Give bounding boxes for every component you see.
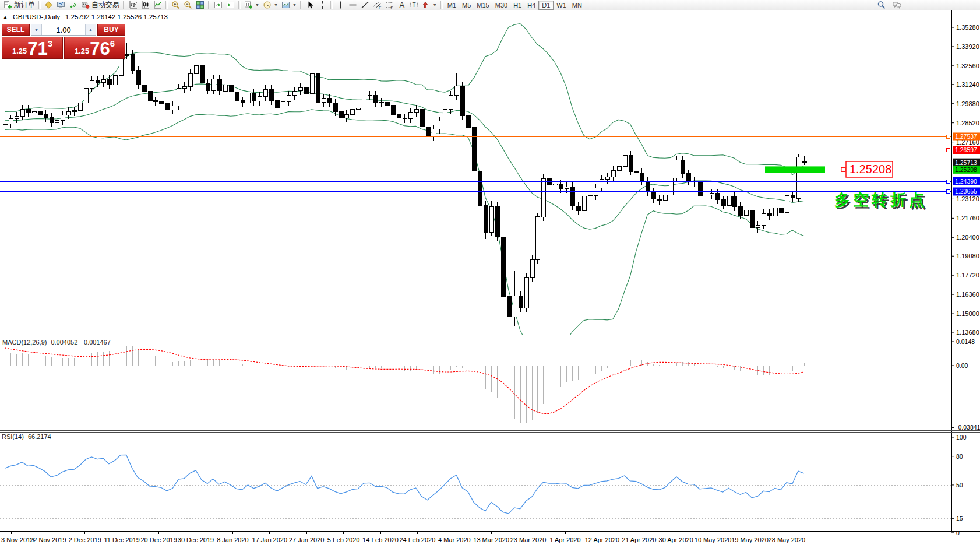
candle-chart-button[interactable] [139, 1, 151, 10]
price-callout-text: 1.25208 [849, 163, 891, 175]
timeframe-h4[interactable]: H4 [524, 1, 538, 10]
volume-value[interactable]: 1.00 [42, 24, 85, 35]
auto-scroll-button[interactable] [212, 1, 224, 10]
channel-button[interactable]: E [371, 1, 383, 10]
svg-text:1.25713: 1.25713 [955, 159, 977, 166]
svg-text:1.26597: 1.26597 [955, 146, 977, 153]
svg-text:19 May 2020: 19 May 2020 [731, 536, 769, 543]
vertical-line-button[interactable] [334, 1, 347, 10]
collapse-panel-icon[interactable]: ▲ [3, 15, 8, 20]
terminal-button[interactable] [55, 1, 67, 10]
sell-price-sup: 3 [48, 38, 52, 48]
volume-decrease-icon[interactable]: ▼ [31, 24, 42, 35]
volume-increase-icon[interactable]: ▲ [85, 24, 96, 35]
dropdown-caret-icon[interactable]: ▼ [433, 3, 437, 7]
hline-1.23655[interactable] [0, 189, 951, 193]
svg-text:1.35280: 1.35280 [956, 24, 979, 31]
timeframe-m1[interactable]: M1 [445, 1, 459, 10]
dropdown-caret-icon[interactable]: ▼ [292, 3, 297, 7]
text-button[interactable]: A [396, 1, 408, 10]
annotations[interactable]: 1.25208多空转折点多空转折点 [765, 161, 929, 210]
autotrading-button[interactable]: 自动交易 [79, 1, 121, 10]
chart-title: ▲ GBPUSD-,Daily 1.25792 1.26142 1.25526 … [3, 13, 168, 20]
zoom-out-button[interactable] [182, 1, 194, 10]
text-label-button[interactable]: T [408, 1, 420, 10]
svg-text:28 May 2020: 28 May 2020 [769, 536, 806, 543]
one-click-trade-panel: SELL ▼ 1.00 ▲ BUY 1.25 71 3 1.25 76 6 [2, 24, 125, 59]
timeframe-m30[interactable]: M30 [492, 1, 510, 10]
rsi-axis: 1008050150 [951, 434, 967, 536]
timeframe-d1[interactable]: D1 [538, 1, 554, 10]
hline-1.24390[interactable] [0, 180, 951, 183]
channel-icon: E [373, 1, 382, 9]
sell-button[interactable]: SELL [2, 24, 30, 36]
highlight-rectangle[interactable] [765, 166, 825, 173]
rsi-indicator-label: RSI(14) 66.2174 [2, 433, 51, 440]
bollinger-bands [5, 24, 804, 350]
fibonacci-icon: F [385, 1, 394, 9]
bar-chart-button[interactable] [127, 1, 139, 10]
chart-canvas[interactable]: 1.25208多空转折点多空转折点1.352801.339201.325601.… [0, 0, 980, 548]
new-chart-button[interactable]: ▼ [242, 1, 261, 10]
line-chart-button[interactable] [151, 1, 164, 10]
dropdown-caret-icon[interactable]: ▼ [274, 3, 278, 7]
time-axis: 3 Nov 201922 Nov 20192 Dec 201911 Dec 20… [1, 531, 805, 543]
sell-price-main: 71 [27, 41, 47, 57]
timeframe-m5[interactable]: M5 [459, 1, 474, 10]
rsi-levels [0, 456, 951, 519]
svg-text:10 May 2020: 10 May 2020 [695, 536, 732, 543]
terminal-icon [57, 1, 65, 9]
svg-text:A: A [399, 1, 404, 9]
svg-text:1.24390: 1.24390 [955, 178, 977, 185]
tile-windows-button[interactable] [194, 1, 206, 10]
dropdown-caret-icon[interactable]: ▼ [255, 3, 259, 7]
periods-icon [263, 1, 272, 9]
new-order-icon [3, 1, 12, 9]
templates-button[interactable]: ▼ [280, 1, 298, 10]
chat-icon [893, 1, 901, 9]
macd-signal-line [5, 348, 804, 414]
search-button[interactable] [875, 1, 887, 10]
arrows-button[interactable]: ▼ [420, 1, 439, 10]
chart-shift-icon [226, 1, 235, 9]
toolbar-separator [38, 1, 41, 9]
chat-button[interactable] [891, 1, 903, 10]
svg-text:30 Dec 2019: 30 Dec 2019 [178, 536, 214, 543]
signals-button[interactable] [67, 1, 79, 10]
buy-button[interactable]: BUY [97, 24, 125, 36]
buy-price-sup: 6 [110, 38, 115, 48]
svg-text:13 Mar 2020: 13 Mar 2020 [473, 536, 509, 543]
horizontal-line-button[interactable] [347, 1, 359, 10]
svg-text:0: 0 [956, 529, 960, 536]
toolbar-separator [208, 1, 210, 9]
zoom-out-icon [184, 1, 192, 9]
buy-price-button[interactable]: 1.25 76 6 [64, 37, 125, 59]
annotation-text[interactable]: 多空转折点 [834, 191, 928, 209]
svg-text:12 Apr 2020: 12 Apr 2020 [585, 536, 619, 543]
chart-shift-button[interactable] [224, 1, 237, 10]
crosshair-button[interactable] [316, 1, 329, 10]
timeframe-m15[interactable]: M15 [474, 1, 492, 10]
tile-windows-icon [196, 1, 205, 9]
toolbar-separator [330, 1, 333, 9]
zoom-in-button[interactable] [170, 1, 182, 10]
volume-field[interactable]: ▼ 1.00 ▲ [31, 24, 96, 36]
timeframe-mn[interactable]: MN [569, 1, 585, 10]
svg-text:1.16360: 1.16360 [956, 291, 979, 298]
timeframe-w1[interactable]: W1 [554, 1, 569, 10]
candle-chart-icon [141, 1, 150, 9]
callout-handle[interactable] [841, 167, 845, 171]
sell-price-button[interactable]: 1.25 71 3 [2, 37, 63, 59]
cursor-button[interactable] [304, 1, 316, 10]
trendline-button[interactable] [359, 1, 371, 10]
sell-price-prefix: 1.25 [12, 47, 27, 55]
svg-text:1.21760: 1.21760 [956, 215, 979, 222]
svg-text:F: F [390, 6, 393, 10]
timeframe-h1[interactable]: H1 [510, 1, 524, 10]
fibonacci-button[interactable]: F [383, 1, 396, 10]
new-order-button[interactable]: 新订单 [2, 1, 37, 10]
metaeditor-button[interactable] [43, 1, 55, 10]
text-icon: A [397, 1, 406, 9]
periods-button[interactable]: ▼ [261, 1, 280, 10]
price-axis: 1.352801.339201.325601.312401.298801.285… [951, 24, 980, 336]
